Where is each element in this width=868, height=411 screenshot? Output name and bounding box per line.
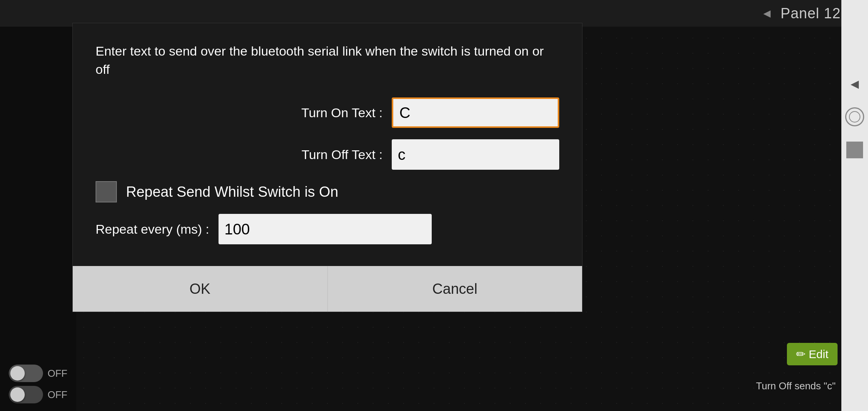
turn-on-input[interactable] bbox=[392, 97, 559, 128]
turn-on-label: Turn On Text : bbox=[301, 105, 383, 120]
right-sidebar: ◄ bbox=[841, 0, 868, 411]
checkbox-row: Repeat Send Whilst Switch is On bbox=[96, 181, 559, 202]
repeat-label: Repeat every (ms) : bbox=[96, 222, 209, 237]
dialog-description: Enter text to send over the bluetooth se… bbox=[96, 42, 559, 78]
cancel-button[interactable]: Cancel bbox=[328, 266, 582, 312]
edit-pencil-icon: ✏ bbox=[796, 347, 806, 361]
ok-button[interactable]: OK bbox=[73, 266, 328, 312]
left-panel: OFF OFF bbox=[0, 27, 76, 411]
turn-off-label: Turn Off Text : bbox=[302, 147, 383, 162]
turn-on-row: Turn On Text : bbox=[96, 97, 559, 128]
checkbox-label: Repeat Send Whilst Switch is On bbox=[126, 184, 338, 200]
circle-inner-icon bbox=[849, 111, 860, 123]
toggle-row-1: OFF bbox=[9, 365, 67, 382]
toggle-switch-1[interactable] bbox=[9, 365, 43, 382]
toggle-row-2: OFF bbox=[9, 386, 67, 403]
repeat-row: Repeat every (ms) : bbox=[96, 214, 559, 244]
edit-label: Edit bbox=[809, 348, 828, 361]
bottom-info-text: Turn Off sends "c" bbox=[756, 380, 836, 392]
toggle-label-2: OFF bbox=[48, 389, 67, 401]
toggle-thumb-2 bbox=[10, 387, 25, 402]
repeat-input[interactable] bbox=[219, 214, 432, 244]
dialog-body: Enter text to send over the bluetooth se… bbox=[73, 23, 582, 244]
turn-off-row: Turn Off Text : bbox=[96, 139, 559, 170]
dialog-footer: OK Cancel bbox=[73, 266, 582, 312]
edit-button[interactable]: ✏ Edit bbox=[787, 343, 838, 365]
panel-prev-arrow[interactable]: ◄ bbox=[761, 6, 773, 21]
toggle-thumb-1 bbox=[10, 366, 25, 381]
turn-off-input[interactable] bbox=[392, 139, 559, 170]
toggle-label-1: OFF bbox=[48, 368, 67, 379]
toggle-switch-2[interactable] bbox=[9, 386, 43, 403]
repeat-checkbox[interactable] bbox=[96, 181, 117, 202]
sidebar-arrow-icon[interactable]: ◄ bbox=[848, 76, 862, 92]
panel-title: Panel 12 bbox=[780, 5, 841, 22]
square-button[interactable] bbox=[846, 142, 863, 158]
dialog: Enter text to send over the bluetooth se… bbox=[72, 23, 582, 312]
circle-button[interactable] bbox=[845, 107, 864, 126]
